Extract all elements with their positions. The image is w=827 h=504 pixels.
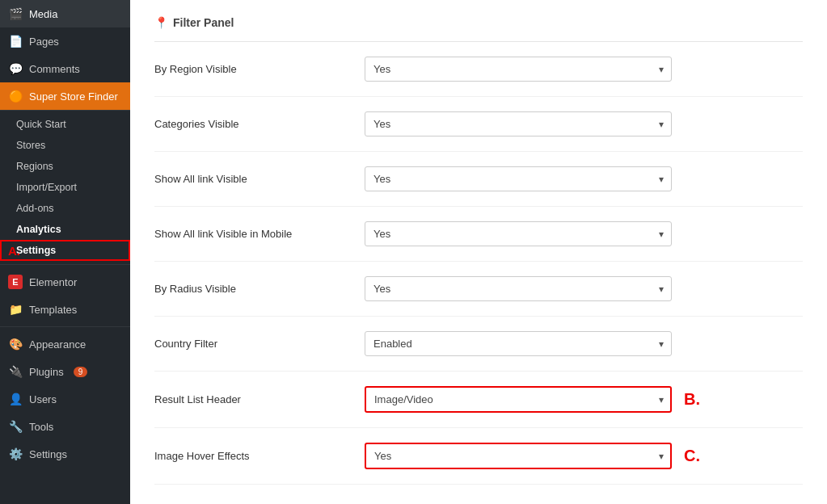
image-hover-effects-with-annotation: Yes No C. (365, 443, 803, 469)
label-result-list-header: Result List Header (154, 393, 365, 405)
control-show-all-link-visible: Yes No (365, 166, 803, 191)
content-area: 📍 Filter Panel By Region Visible Yes No … (130, 0, 827, 504)
label-by-region-visible: By Region Visible (154, 63, 365, 75)
sidebar-item-pages[interactable]: 📄 Pages (0, 27, 130, 55)
elementor-icon: E (8, 275, 23, 289)
appearance-icon: 🎨 (8, 337, 23, 351)
result-list-header-with-annotation: Image/Video None Text B. (365, 386, 803, 413)
super-store-finder-icon: 🟠 (8, 89, 23, 103)
label-categories-visible: Categories Visible (154, 118, 365, 130)
annotation-c: C. (684, 447, 700, 465)
tools-icon: 🔧 (8, 419, 23, 434)
select-wrapper-country-filter: Enabled Disabled (365, 331, 672, 356)
label-by-radius-visible: By Radius Visible (154, 283, 365, 295)
sidebar-item-templates[interactable]: 📁 Templates (0, 296, 130, 323)
label-image-hover-effects: Image Hover Effects (154, 450, 365, 462)
sidebar: 🎬 Media 📄 Pages 💬 Comments 🟠 Super Store… (0, 0, 130, 504)
select-result-list-header[interactable]: Image/Video None Text (365, 386, 672, 413)
annotation-b: B. (684, 390, 700, 409)
sidebar-item-media[interactable]: 🎬 Media (0, 0, 130, 27)
sidebar-item-super-store-finder[interactable]: 🟠 Super Store Finder (0, 82, 130, 110)
select-categories-visible[interactable]: Yes No (365, 111, 672, 136)
select-show-all-link-visible[interactable]: Yes No (365, 166, 672, 191)
sidebar-sub-item-analytics[interactable]: Analytics (0, 219, 130, 240)
select-wrapper-image-hover-effects: Yes No (365, 443, 672, 469)
settings-row-categories-visible: Categories Visible Yes No (154, 97, 803, 152)
select-wrapper-by-region-visible: Yes No (365, 57, 672, 82)
annotation-a: A. (8, 244, 20, 258)
settings-row-image-hover-effects: Image Hover Effects Yes No C. (154, 428, 803, 485)
sidebar-item-tools[interactable]: 🔧 Tools (0, 413, 130, 440)
sidebar-item-plugins[interactable]: 🔌 Plugins 9 (0, 358, 130, 385)
select-wrapper-result-list-header: Image/Video None Text (365, 386, 672, 413)
settings-icon: ⚙️ (8, 447, 23, 461)
control-show-all-link-visible-mobile: Yes No (365, 221, 803, 246)
appearance-section: 🎨 Appearance 🔌 Plugins 9 👤 Users 🔧 Tools… (0, 326, 130, 471)
settings-row-by-radius-visible: By Radius Visible Yes No (154, 262, 803, 317)
super-store-finder-submenu: Quick Start Stores Regions Import/Export… (0, 110, 130, 264)
elementor-section: E Elementor 📁 Templates (0, 264, 130, 326)
control-country-filter: Enabled Disabled (365, 331, 803, 356)
control-by-radius-visible: Yes No (365, 276, 803, 301)
sidebar-sub-item-add-ons[interactable]: Add-ons (0, 198, 130, 219)
sidebar-sub-item-stores[interactable]: Stores (0, 135, 130, 156)
control-by-region-visible: Yes No (365, 57, 803, 82)
sidebar-item-appearance[interactable]: 🎨 Appearance (0, 330, 130, 358)
sidebar-item-comments[interactable]: 💬 Comments (0, 55, 130, 82)
control-result-list-header: Image/Video None Text B. (365, 386, 803, 413)
users-icon: 👤 (8, 392, 23, 406)
settings-row-show-all-link-visible-mobile: Show All link Visible in Mobile Yes No (154, 207, 803, 262)
settings-row-country-filter: Country Filter Enabled Disabled (154, 317, 803, 372)
select-by-region-visible[interactable]: Yes No (365, 57, 672, 82)
select-wrapper-by-radius-visible: Yes No (365, 276, 672, 301)
plugins-icon: 🔌 (8, 364, 23, 379)
sidebar-sub-item-regions[interactable]: Regions (0, 156, 130, 177)
sidebar-sub-item-quick-start[interactable]: Quick Start (0, 114, 130, 135)
settings-row-show-all-link-visible: Show All link Visible Yes No (154, 152, 803, 207)
templates-icon: 📁 (8, 302, 23, 317)
plugins-badge: 9 (74, 367, 88, 377)
label-country-filter: Country Filter (154, 338, 365, 350)
sidebar-item-settings[interactable]: ⚙️ Settings (0, 440, 130, 468)
control-categories-visible: Yes No (365, 111, 803, 136)
sidebar-sub-item-import-export[interactable]: Import/Export (0, 177, 130, 198)
settings-row-result-list-header: Result List Header Image/Video None Text… (154, 372, 803, 428)
panel-title: 📍 Filter Panel (154, 16, 803, 42)
label-show-all-link-visible-mobile: Show All link Visible in Mobile (154, 228, 365, 240)
settings-row-by-region-visible: By Region Visible Yes No (154, 42, 803, 97)
select-country-filter[interactable]: Enabled Disabled (365, 331, 672, 356)
comments-icon: 💬 (8, 61, 23, 76)
select-by-radius-visible[interactable]: Yes No (365, 276, 672, 301)
filter-panel-icon: 📍 (154, 16, 168, 29)
control-image-hover-effects: Yes No C. (365, 443, 803, 469)
select-image-hover-effects[interactable]: Yes No (365, 443, 672, 469)
sidebar-sub-item-settings[interactable]: Settings A. (0, 240, 130, 261)
sidebar-item-elementor[interactable]: E Elementor (0, 268, 130, 296)
select-wrapper-categories-visible: Yes No (365, 111, 672, 136)
main-content: 📍 Filter Panel By Region Visible Yes No … (130, 0, 827, 504)
sidebar-item-users[interactable]: 👤 Users (0, 385, 130, 413)
select-wrapper-show-all-link-visible-mobile: Yes No (365, 221, 672, 246)
select-wrapper-show-all-link-visible: Yes No (365, 166, 672, 191)
pages-icon: 📄 (8, 34, 23, 48)
label-show-all-link-visible: Show All link Visible (154, 173, 365, 185)
select-show-all-link-visible-mobile[interactable]: Yes No (365, 221, 672, 246)
media-icon: 🎬 (8, 6, 23, 21)
